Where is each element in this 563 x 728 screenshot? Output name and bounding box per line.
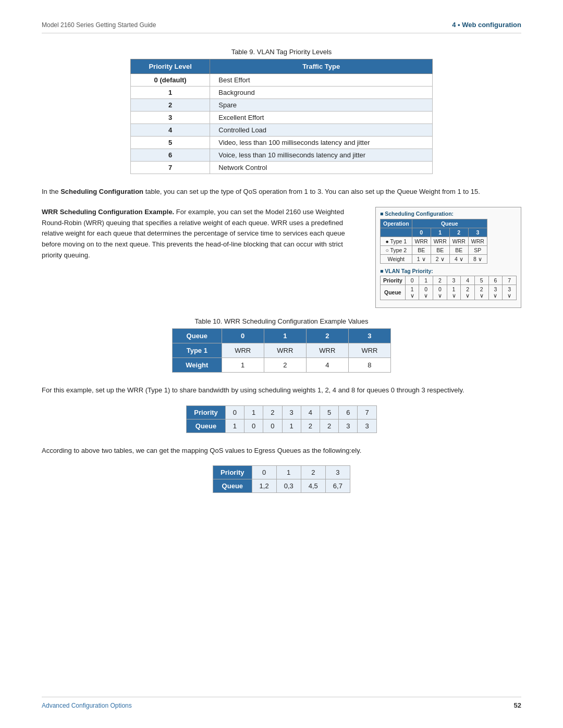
wrr-paragraph: WRR Scheduling Configuration Example. Fo… bbox=[42, 207, 363, 261]
mini-weight-label: Weight bbox=[381, 254, 412, 263]
wrr-w3: 8 bbox=[348, 357, 390, 372]
mini-type2-row: ○ Type 2 BE BE BE SP bbox=[381, 245, 487, 254]
mini-type2-label: ○ Type 2 bbox=[381, 245, 412, 254]
priority-cell: 5 bbox=[131, 137, 210, 149]
priority-cell: 1 bbox=[131, 87, 210, 99]
table-row: 7Network Control bbox=[131, 162, 433, 174]
wrr-text-col: WRR Scheduling Configuration Example. Fo… bbox=[42, 207, 363, 261]
table-row: 2Spare bbox=[131, 99, 433, 112]
qos-p1: 1 bbox=[276, 466, 301, 479]
mini-q0: 0 bbox=[412, 228, 431, 237]
mini-config-diagram: ■ Scheduling Configuration: Operation Qu… bbox=[375, 207, 521, 308]
mini-q3: 3 bbox=[468, 228, 487, 237]
qos-p3: 3 bbox=[325, 466, 350, 479]
priority-cell: 2 bbox=[131, 99, 210, 112]
page: Model 2160 Series Getting Started Guide … bbox=[0, 0, 563, 728]
paragraph3: According to above two tables, we can ge… bbox=[42, 446, 521, 456]
mini-weight-row: Weight 1 ∨ 2 ∨ 4 ∨ 8 ∨ bbox=[381, 254, 487, 263]
priority-cell: 6 bbox=[131, 149, 210, 162]
traffic-cell: Spare bbox=[210, 99, 433, 112]
para1-bold: Scheduling Configuration bbox=[60, 188, 143, 195]
wrr-t1-q2: WRR bbox=[306, 343, 348, 357]
wrr-w1: 2 bbox=[264, 357, 306, 372]
wrr-q1-header: 1 bbox=[264, 328, 306, 343]
priority-cell: 7 bbox=[131, 162, 210, 174]
header-left: Model 2160 Series Getting Started Guide bbox=[42, 21, 156, 29]
pq-priority-label: Priority bbox=[187, 405, 226, 419]
qos-p0: 0 bbox=[252, 466, 276, 479]
priority-cell: 3 bbox=[131, 112, 210, 124]
pq-q4: 2 bbox=[301, 419, 320, 433]
mini-queue-header: Queue bbox=[412, 219, 487, 228]
mini-w1: 2 ∨ bbox=[431, 254, 449, 263]
pq-p1: 1 bbox=[244, 405, 263, 419]
footer-right: 52 bbox=[514, 701, 521, 709]
pq-q6: 3 bbox=[339, 419, 358, 433]
table-row: 4Controlled Load bbox=[131, 124, 433, 137]
mini-vlan-queue-row: Queue 1 ∨ 0 ∨ 0 ∨ 1 ∨ 2 ∨ 2 ∨ 3 ∨ 3 ∨ bbox=[381, 285, 517, 300]
qos-priority-row: Priority 0 1 2 3 bbox=[213, 466, 350, 479]
table-row: 6Voice, less than 10 milliseconds latenc… bbox=[131, 149, 433, 162]
table10-caption: Table 10. WRR Scheduling Configuration E… bbox=[42, 317, 521, 325]
para1-text1: In the bbox=[42, 188, 60, 195]
para1-text2: table, you can set up the type of QoS op… bbox=[143, 188, 480, 195]
pq-p4: 4 bbox=[301, 405, 320, 419]
mini-t2-q3: SP bbox=[468, 245, 487, 254]
pq-priority-row: Priority 0 1 2 3 4 5 6 7 bbox=[187, 405, 376, 419]
mini-t1-q3: WRR bbox=[468, 237, 487, 245]
page-header: Model 2160 Series Getting Started Guide … bbox=[42, 21, 521, 33]
pq-p3: 3 bbox=[282, 405, 301, 419]
mini-vq6: 3 ∨ bbox=[488, 285, 503, 300]
qos-q1: 0,3 bbox=[276, 479, 301, 493]
priority-queue-map-section: Priority 0 1 2 3 4 5 6 7 Queue 1 0 0 1 2 bbox=[42, 405, 521, 433]
mini-vq4: 2 ∨ bbox=[461, 285, 475, 300]
mini-vp5: 5 bbox=[474, 276, 488, 285]
wrr-queue-header: Queue bbox=[173, 328, 222, 343]
mini-t2-q2: BE bbox=[449, 245, 468, 254]
page-footer: Advanced Configuration Options 52 bbox=[42, 697, 521, 709]
mini-vp3: 3 bbox=[447, 276, 461, 285]
mini-t1-q0: WRR bbox=[412, 237, 431, 245]
table-row: 3Excellent Effort bbox=[131, 112, 433, 124]
mini-op-blank bbox=[381, 228, 412, 237]
mini-t2-q1: BE bbox=[431, 245, 449, 254]
qos-q2: 4,5 bbox=[301, 479, 325, 493]
pq-p6: 6 bbox=[339, 405, 358, 419]
wrr-weight-row: Weight 1 2 4 8 bbox=[173, 357, 391, 372]
pq-q0: 1 bbox=[225, 419, 244, 433]
mini-vq5: 2 ∨ bbox=[474, 285, 488, 300]
wrr-section: WRR Scheduling Configuration Example. Fo… bbox=[42, 207, 521, 308]
priority-queue-map-table: Priority 0 1 2 3 4 5 6 7 Queue 1 0 0 1 2 bbox=[186, 405, 376, 433]
traffic-cell: Controlled Load bbox=[210, 124, 433, 137]
pq-p7: 7 bbox=[358, 405, 376, 419]
table-row: 1Background bbox=[131, 87, 433, 99]
qos-queue-label: Queue bbox=[213, 479, 252, 493]
pq-q2: 0 bbox=[263, 419, 282, 433]
pq-q5: 2 bbox=[320, 419, 338, 433]
mini-w2: 4 ∨ bbox=[449, 254, 468, 263]
paragraph1: In the Scheduling Configuration table, y… bbox=[42, 187, 521, 198]
table9-section: Table 9. VLAN Tag Priority Levels Priori… bbox=[42, 48, 521, 174]
mini-w0: 1 ∨ bbox=[412, 254, 431, 263]
qos-q3: 6,7 bbox=[325, 479, 350, 493]
mini-op-header: Operation bbox=[381, 219, 412, 228]
pq-p5: 5 bbox=[320, 405, 338, 419]
priority-cell: 0 (default) bbox=[131, 74, 210, 87]
paragraph2: For this example, set up the WRR (Type 1… bbox=[42, 385, 521, 396]
qos-priority-label: Priority bbox=[213, 466, 252, 479]
table9-caption: Table 9. VLAN Tag Priority Levels bbox=[42, 48, 521, 56]
table-row: 0 (default)Best Effort bbox=[131, 74, 433, 87]
wrr-q0-header: 0 bbox=[222, 328, 264, 343]
pq-p2: 2 bbox=[263, 405, 282, 419]
priority-cell: 4 bbox=[131, 124, 210, 137]
mini-config-title: ■ Scheduling Configuration: bbox=[380, 211, 517, 217]
wrr-diagram-col: ■ Scheduling Configuration: Operation Qu… bbox=[375, 207, 521, 308]
mini-q2: 2 bbox=[449, 228, 468, 237]
mini-vp7: 7 bbox=[503, 276, 517, 285]
mini-vp4: 4 bbox=[461, 276, 475, 285]
col-traffic-type: Traffic Type bbox=[210, 59, 433, 74]
wrr-w0: 1 bbox=[222, 357, 264, 372]
mini-type1-row: ● Type 1 WRR WRR WRR WRR bbox=[381, 237, 487, 245]
pq-q1: 0 bbox=[244, 419, 263, 433]
mini-vlan-qlabel: Queue bbox=[381, 285, 406, 300]
